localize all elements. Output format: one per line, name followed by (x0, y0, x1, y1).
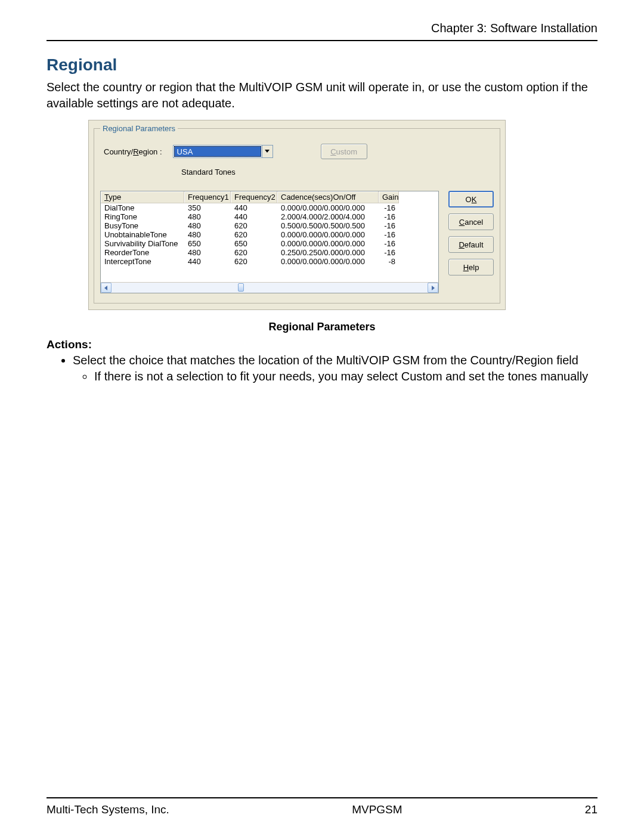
btn-accel: H (463, 263, 469, 272)
scroll-track[interactable] (112, 283, 428, 293)
btn-accel: C (330, 147, 336, 156)
cancel-button[interactable]: Cancel (448, 213, 494, 230)
horizontal-scrollbar[interactable] (101, 282, 438, 293)
standard-tones-label: Standard Tones (181, 168, 494, 176)
table-row[interactable]: BusyTone4806200.500/0.500/0.500/0.500-16 (101, 221, 438, 230)
label-part: Country/ (104, 147, 133, 156)
country-region-combo[interactable]: USA (173, 145, 273, 158)
btn-text: ustom (336, 147, 357, 156)
btn-accel: D (459, 240, 464, 249)
btn-text: elp (469, 263, 479, 272)
page-footer: Multi-Tech Systems, Inc. MVPGSM 21 (47, 797, 597, 816)
col-cadence[interactable]: Cadence(secs)On/Off (277, 191, 379, 203)
footer-right: 21 (585, 803, 597, 816)
table-row[interactable]: DialTone3504400.000/0.000/0.000/0.000-16 (101, 203, 438, 212)
chapter-header: Chapter 3: Software Installation (47, 21, 597, 41)
col-freq1[interactable]: Frequency1 (184, 191, 231, 203)
label-part: egion : (139, 147, 162, 156)
listbox-header: Type Frequency1 Frequency2 Cadence(secs)… (101, 191, 438, 203)
list-item-text: Select the choice that matches the locat… (73, 354, 578, 367)
table-row[interactable]: RingTone4804402.000/4.000/2.000/4.000-16 (101, 212, 438, 221)
list-item: Select the choice that matches the locat… (73, 354, 597, 383)
actions-list: Select the choice that matches the locat… (73, 354, 597, 383)
ok-button[interactable]: OK (448, 191, 494, 208)
footer-center: MVPGSM (169, 803, 585, 816)
scroll-left-icon[interactable] (101, 283, 112, 293)
regional-dialog: Regional Parameters Country/Region : USA… (88, 120, 506, 310)
help-button[interactable]: Help (448, 259, 494, 275)
group-legend: Regional Parameters (100, 124, 178, 133)
scroll-right-icon[interactable] (428, 283, 438, 293)
listbox-body: DialTone3504400.000/0.000/0.000/0.000-16… (101, 203, 438, 282)
custom-button[interactable]: Custom (321, 144, 367, 159)
tones-listbox[interactable]: Type Frequency1 Frequency2 Cadence(secs)… (100, 191, 439, 293)
table-row[interactable]: UnobtainableTone4806200.000/0.000/0.000/… (101, 230, 438, 239)
list-item: If there is not a selection to fit your … (94, 370, 597, 383)
btn-text: ancel (465, 218, 483, 227)
dropdown-arrow-icon[interactable] (262, 145, 273, 157)
figure-caption: Regional Parameters (47, 321, 597, 333)
btn-accel: K (472, 195, 477, 204)
btn-text: O (466, 195, 472, 204)
table-row[interactable]: InterceptTone4406200.000/0.000/0.000/0.0… (101, 257, 438, 266)
btn-text: efault (465, 240, 484, 249)
scroll-thumb[interactable] (238, 283, 244, 292)
table-row[interactable]: ReorderTone4806200.250/0.250/0.000/0.000… (101, 248, 438, 257)
col-freq2[interactable]: Frequency2 (231, 191, 277, 203)
footer-left: Multi-Tech Systems, Inc. (47, 803, 169, 816)
table-row[interactable]: Survivability DialTone6506500.000/0.000/… (101, 239, 438, 248)
section-title: Regional (47, 55, 597, 75)
col-gain[interactable]: Gain (379, 191, 399, 203)
regional-parameters-group: Regional Parameters Country/Region : USA… (94, 124, 500, 304)
btn-accel: C (459, 218, 465, 227)
country-region-label: Country/Region : (104, 147, 162, 156)
actions-heading: Actions: (47, 338, 597, 351)
col-type[interactable]: Type (101, 191, 184, 203)
label-accel: R (133, 147, 138, 156)
default-button[interactable]: Default (448, 236, 494, 253)
country-region-value: USA (174, 146, 261, 157)
intro-paragraph: Select the country or region that the Mu… (47, 79, 597, 112)
